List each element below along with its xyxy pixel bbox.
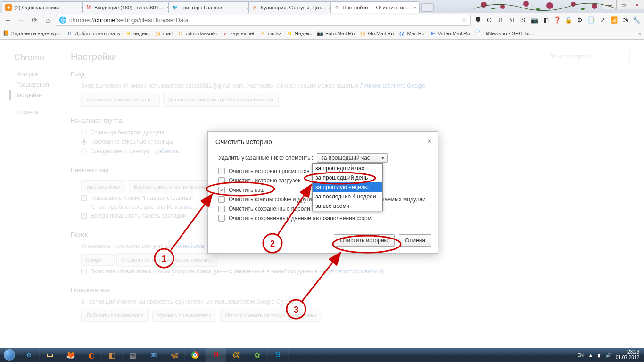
extension-icons: ⛊G8ЯS📷◧❓🔒⚙📑↗📶🛍🔧 (473, 16, 641, 25)
task-yandex[interactable]: Я (206, 348, 226, 362)
modal-header: Очистить историю × (208, 132, 438, 150)
ext-icon-3[interactable]: Я (507, 16, 517, 25)
close-icon[interactable]: × (413, 5, 416, 10)
reload-button[interactable]: ⟳ (29, 15, 40, 25)
checkbox-icon (218, 187, 225, 193)
bookmark-icon: 📄 (475, 30, 481, 37)
tray-lang[interactable]: EN (577, 353, 584, 358)
bookmark-icon: Я (125, 30, 132, 37)
bookmark-item[interactable]: @mail (155, 30, 173, 37)
taskbar: e 🗂 🦊 ◐ ◧ ▦ ✉ 🦋 Я @ ✿ S EN ▲ ▮ 🔊 23:23 0… (0, 348, 644, 362)
tab-odnoklassniki[interactable]: ♣(2) Одноклассники× (2, 1, 87, 13)
task-mail[interactable]: ✉ (143, 348, 164, 362)
task-mailru[interactable]: @ (226, 348, 247, 362)
home-button[interactable]: ⌂ (42, 15, 53, 25)
bookmarks-bar: 📙Задания и видеоур...BДобро пожаловатьЯя… (0, 27, 644, 40)
task-icq[interactable]: ✿ (247, 348, 268, 362)
modal-close-icon[interactable]: × (428, 137, 431, 145)
bookmark-item[interactable]: ♪zaycev.net (222, 30, 255, 37)
tray-volume-icon[interactable]: 🔊 (605, 353, 611, 358)
ext-icon-9[interactable]: ⚙ (575, 16, 585, 25)
task-app2[interactable]: ◧ (102, 348, 123, 362)
bookmark-label: Video.Mail.Ru (438, 31, 470, 36)
bookmark-item[interactable]: ☀nur.kz (259, 30, 281, 37)
close-window-button[interactable]: ✕ (630, 0, 644, 9)
tab-settings[interactable]: ⚙Настройки — Очистить ис...× (330, 1, 420, 13)
minimize-button[interactable]: — (603, 0, 617, 9)
time-range-option[interactable]: за прошлую неделю (313, 182, 382, 192)
bookmark-item[interactable]: 📷Foto.Mail.Ru (317, 30, 355, 37)
time-range-option[interactable]: за последние 4 недели (313, 192, 382, 201)
bookmark-label: яндекс (133, 31, 150, 36)
bookmark-icon: ▶ (429, 30, 436, 37)
task-app1[interactable]: ◐ (81, 348, 102, 362)
time-range-select[interactable]: за прошедший час (317, 153, 388, 163)
address-bar[interactable]: 🌐 chrome://chrome/settings/clearBrowserD… (56, 15, 471, 26)
time-range-dropdown[interactable]: за прошедший часза прошедший деньза прош… (312, 163, 383, 211)
ext-icon-7[interactable]: ❓ (553, 16, 562, 25)
bookmark-star-icon[interactable]: ☆ (462, 16, 467, 24)
task-folder[interactable]: 🗂 (40, 348, 60, 362)
bookmark-item[interactable]: @Go.Mail.Ru (359, 30, 394, 37)
ext-icon-5[interactable]: 📷 (530, 16, 539, 25)
ext-icon-1[interactable]: G (485, 16, 494, 25)
bookmark-icon: ☀ (259, 30, 266, 37)
tab-gmail[interactable]: MВходящие (180) - shara601...× (82, 1, 173, 13)
tray-network-icon[interactable]: ▮ (598, 353, 601, 358)
task-ie[interactable]: e (19, 348, 40, 362)
maximize-button[interactable]: ▭ (616, 0, 630, 9)
bookmark-item[interactable]: @Mail.Ru (398, 30, 424, 37)
bookmark-item[interactable]: 📙Задания и видеоур... (3, 30, 62, 37)
task-firefox[interactable]: 🦊 (60, 348, 81, 362)
cancel-button[interactable]: Отмена (399, 234, 431, 247)
time-range-option[interactable]: за все время (313, 201, 382, 211)
bookmark-label: nur.kz (268, 31, 281, 36)
clear-history-button[interactable]: Очистить историю (334, 234, 395, 247)
clear-option-label: Очистить сохраненные данные автозаполнен… (229, 215, 372, 222)
tab-strip: ♣(2) Одноклассники× MВходящие (180) - sh… (0, 0, 644, 13)
checkbox-icon (218, 168, 225, 174)
back-button[interactable]: ← (3, 15, 13, 25)
task-chrome[interactable] (185, 348, 206, 362)
bookmark-icon: 📙 (3, 30, 9, 37)
clear-option-5[interactable]: Очистить сохраненные данные автозаполнен… (218, 214, 428, 223)
bookmark-item[interactable]: Яяндекс (125, 30, 150, 37)
start-button[interactable] (0, 348, 19, 362)
tab-cooking[interactable]: ◎Кулинария, Статусы, Цит...× (248, 1, 335, 13)
ext-icon-12[interactable]: 📶 (609, 16, 619, 25)
window-controls: — ▭ ✕ (603, 0, 644, 9)
chevron-right-icon[interactable]: » (638, 31, 641, 36)
clear-option-label: Очистить кэш (229, 187, 265, 193)
checkbox-icon (218, 206, 225, 212)
favicon-twitter-icon: 🐦 (172, 4, 178, 11)
tray-flag-icon[interactable]: ▲ (588, 353, 593, 358)
bookmark-label: Задания и видеоур... (11, 31, 62, 36)
ext-icon-11[interactable]: ↗ (598, 16, 607, 25)
ext-icon-8[interactable]: 🔒 (564, 16, 573, 25)
tray-clock[interactable]: 23:23 01.07.2012 (616, 349, 639, 361)
ext-icon-4[interactable]: S (519, 16, 528, 25)
forward-button[interactable]: → (16, 15, 26, 25)
task-app3[interactable]: ▦ (123, 348, 143, 362)
bookmark-item[interactable]: ▶Video.Mail.Ru (429, 30, 470, 37)
tab-twitter[interactable]: 🐦Твиттер / Главная× (168, 1, 253, 13)
bookmark-icon: @ (155, 30, 161, 37)
bookmark-item[interactable]: Oodnoklassniki (177, 30, 217, 37)
bookmark-item[interactable]: 📄DiNews.ru • SEO To... (475, 30, 534, 37)
modal-title: Очистить историю (215, 138, 272, 146)
checkbox-icon (218, 196, 225, 203)
ext-icon-14[interactable]: 🔧 (632, 16, 641, 25)
ext-icon-13[interactable]: 🛍 (620, 16, 630, 25)
favicon-gmail-icon: M (85, 4, 92, 11)
ext-icon-6[interactable]: ◧ (541, 16, 551, 25)
time-range-option[interactable]: за прошедший день (313, 173, 382, 182)
new-tab-button[interactable] (421, 3, 434, 12)
ext-icon-0[interactable]: ⛊ (473, 16, 483, 25)
bookmark-item[interactable]: ЯЯндекс (286, 30, 312, 37)
bookmark-item[interactable]: BДобро пожаловать (66, 30, 120, 37)
time-range-option[interactable]: за прошедший час (313, 164, 382, 173)
task-app4[interactable]: 🦋 (164, 348, 185, 362)
task-skype[interactable]: S (268, 348, 289, 362)
ext-icon-2[interactable]: 8 (496, 16, 505, 25)
ext-icon-10[interactable]: 📑 (586, 16, 596, 25)
